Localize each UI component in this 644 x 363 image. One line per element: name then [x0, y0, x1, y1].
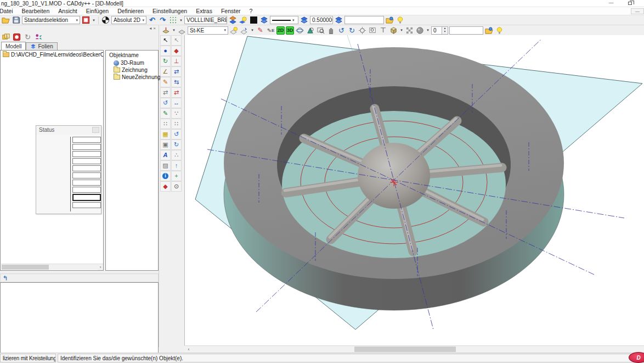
color-swatch-black[interactable] — [249, 16, 258, 25]
arrows-blue-icon[interactable]: ↔ — [171, 98, 182, 108]
zoom-previous-icon[interactable] — [368, 26, 377, 35]
menu-item-ansicht[interactable]: Ansicht — [54, 8, 81, 14]
menu-item-fenster[interactable]: Fenster — [217, 8, 245, 14]
sphere-blue-icon[interactable]: ● — [160, 46, 171, 56]
refresh-icon[interactable]: ↻ — [23, 32, 32, 41]
measure-icon[interactable]: ⊤ — [379, 26, 388, 35]
users-sync-icon[interactable] — [34, 32, 43, 41]
status-field-4[interactable] — [72, 158, 101, 164]
view-value-field[interactable] — [449, 26, 483, 35]
menu-item-einfgen[interactable]: Einfügen — [82, 8, 113, 14]
status-field-3[interactable] — [72, 151, 101, 157]
pan-hand-icon[interactable] — [326, 26, 336, 35]
mdi-window-button[interactable]: — — [631, 8, 644, 14]
viewport-hscrollbar[interactable]: ‹ — [184, 345, 644, 352]
array-dots-icon[interactable]: ∷ — [160, 119, 171, 129]
lightbulb-icon[interactable] — [396, 16, 405, 25]
model-tree-root[interactable]: D:\AVCHD_Filme\Lernvideos\BeckerCAD 3D P… — [1, 51, 103, 58]
mirror-yellow-icon[interactable]: ▦ — [160, 129, 171, 139]
render-sphere-icon[interactable] — [415, 26, 425, 35]
dots-grid-icon[interactable]: ∷ — [171, 119, 182, 129]
view-3d-button[interactable]: 3D — [286, 26, 294, 35]
raster-icon[interactable] — [405, 26, 414, 35]
scrollbar-thumb[interactable] — [354, 347, 456, 352]
quadrant-circle-icon[interactable] — [101, 16, 110, 25]
info-icon[interactable]: i — [160, 171, 171, 181]
rotate-cw-icon[interactable]: ↻ — [347, 26, 357, 35]
status-field-6[interactable] — [72, 172, 101, 178]
folder-paint-icon[interactable] — [385, 16, 394, 25]
linetype-field[interactable]: VOLLLINIE_BREIT — [184, 16, 227, 24]
chevron-down-icon[interactable]: ▾ — [399, 28, 404, 32]
layers-icon[interactable] — [334, 16, 343, 25]
rotate-blue-icon[interactable]: ↺ — [160, 98, 171, 108]
key-object-icon[interactable]: ▣ — [160, 139, 171, 150]
orbit-green-icon[interactable]: ↻ — [160, 56, 171, 66]
open-folder-icon[interactable] — [1, 16, 10, 25]
bulb-layer-icon[interactable] — [239, 16, 248, 25]
plane-select-icon[interactable] — [240, 26, 249, 35]
name-field[interactable] — [344, 16, 384, 24]
3d-viewport[interactable] — [184, 35, 644, 345]
menu-item-datei[interactable]: Datei — [0, 8, 18, 14]
probe-arrow-icon[interactable]: ↖ — [171, 35, 182, 46]
circle-dot-icon[interactable]: ⊙ — [171, 181, 182, 192]
status-palette[interactable]: Status — [36, 125, 101, 214]
rotate-ccw-icon[interactable]: ↺ — [337, 26, 346, 35]
paint-bucket-icon[interactable] — [12, 32, 21, 41]
status-field-2[interactable] — [72, 144, 101, 150]
pencil-green-icon[interactable]: ✎ — [160, 108, 171, 119]
shading-cube-icon[interactable] — [389, 26, 398, 35]
status-palette-button[interactable] — [92, 127, 99, 133]
chevron-down-icon[interactable]: ▾ — [179, 18, 183, 23]
scroll-left-icon[interactable]: ‹ — [185, 346, 192, 353]
angle-spinner[interactable]: 0 ▲▼ — [431, 26, 448, 35]
grid-points-icon[interactable] — [168, 16, 178, 25]
status-field-9[interactable] — [72, 194, 101, 201]
orbit-icon[interactable] — [295, 26, 304, 35]
menu-item-definieren[interactable]: Definieren — [113, 8, 148, 14]
chevron-down-icon[interactable]: ▾ — [92, 18, 96, 23]
coordinate-mode-combo[interactable]: Absolut 2D▾ — [111, 16, 146, 24]
status-field-8[interactable] — [72, 187, 101, 193]
object-item-neuezeichnung[interactable]: NeueZeichnung — [106, 74, 158, 81]
tree-hscrollbar[interactable]: › — [1, 264, 103, 270]
hatch-icon[interactable]: ▨ — [160, 160, 171, 171]
chevron-down-icon[interactable]: ▾ — [172, 28, 176, 32]
redo-icon[interactable]: ↷ — [158, 16, 167, 25]
workplane-icon[interactable] — [177, 26, 187, 35]
minimize-button[interactable]: — — [603, 0, 619, 7]
transform-icon[interactable]: ⇄ — [160, 87, 171, 98]
save-icon[interactable] — [12, 16, 21, 25]
polyline-icon[interactable]: ∠ — [160, 66, 171, 77]
chevron-down-icon[interactable]: ▾ — [426, 28, 430, 32]
arrows-pair2-icon[interactable]: ⇆ — [171, 77, 182, 87]
swap-layers-icon[interactable] — [228, 16, 238, 25]
new-model-icon[interactable]: 1 — [1, 32, 10, 41]
selection-mode-combo[interactable]: Standardselektion▾ — [22, 16, 80, 24]
line-style-combo[interactable]: ▾ — [270, 16, 298, 24]
orbit-ccw-icon[interactable]: ↺ — [171, 129, 182, 139]
arrows-pair-icon[interactable]: ⇄ — [171, 66, 182, 77]
edit-pen-icon[interactable]: ✎E — [266, 26, 275, 35]
layers-icon[interactable] — [259, 16, 269, 25]
scroll-right-icon[interactable]: › — [98, 264, 103, 270]
selection-rect-icon[interactable] — [81, 16, 91, 25]
orbit-cw-icon[interactable]: ↻ — [171, 139, 182, 150]
object-item-zeichnung[interactable]: Zeichnung — [106, 66, 158, 74]
dots-small-icon[interactable]: ∴ — [171, 150, 182, 160]
zoom-window-icon[interactable] — [316, 26, 325, 35]
pencil-orange-icon[interactable]: ✎ — [160, 77, 171, 87]
menu-item-bearbeiten[interactable]: Bearbeiten — [18, 8, 54, 14]
menu-item-extras[interactable]: Extras — [191, 8, 217, 14]
status-field-7[interactable] — [72, 180, 101, 186]
tab-folien[interactable]: Folien — [26, 42, 57, 50]
eraser-icon[interactable]: ◆ — [160, 181, 171, 192]
folder-paint-icon[interactable] — [484, 26, 494, 35]
identify-tool-icon[interactable]: ↰ — [3, 275, 8, 282]
menu-item-?[interactable]: ? — [245, 8, 257, 14]
chevron-down-icon[interactable]: ▾ — [250, 28, 255, 32]
status-field-10[interactable] — [72, 202, 101, 208]
arrow-up-icon[interactable]: ↑ — [171, 160, 182, 171]
dots-row-icon[interactable]: ∵ — [171, 108, 182, 119]
